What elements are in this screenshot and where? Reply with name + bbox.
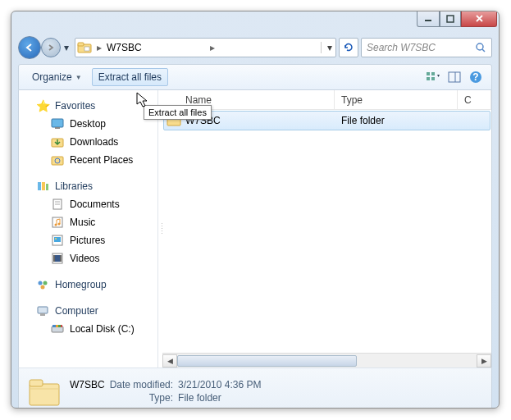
downloads-icon — [50, 135, 65, 148]
scroll-track[interactable] — [177, 354, 477, 368]
svg-rect-9 — [427, 77, 430, 80]
address-dropdown[interactable]: ▾ — [321, 42, 334, 53]
details-date-label: Date modified: — [110, 379, 173, 390]
nav-buttons: ▾ — [18, 36, 72, 59]
svg-rect-21 — [42, 182, 45, 190]
forward-button[interactable] — [41, 38, 61, 57]
maximize-button[interactable] — [440, 11, 461, 27]
svg-rect-26 — [52, 217, 62, 227]
minimize-button[interactable] — [417, 11, 440, 27]
sidebar-item-downloads[interactable]: Downloads — [19, 133, 157, 151]
svg-rect-41 — [52, 326, 63, 332]
star-icon: ⭐ — [35, 99, 50, 112]
svg-rect-22 — [46, 184, 48, 190]
svg-rect-7 — [427, 72, 430, 75]
breadcrumb-separator[interactable]: ▸ — [208, 42, 217, 53]
svg-line-6 — [482, 49, 485, 52]
back-button[interactable] — [18, 36, 41, 59]
drive-icon — [50, 322, 65, 336]
svg-rect-15 — [52, 119, 63, 127]
column-compressed[interactable]: C — [458, 90, 491, 109]
search-input[interactable]: Search W7SBC — [361, 38, 492, 57]
sidebar-favorites-header[interactable]: ⭐Favorites — [19, 97, 157, 115]
desktop-icon — [50, 117, 65, 130]
view-options-button[interactable] — [424, 68, 442, 86]
sidebar-item-pictures[interactable]: Pictures — [19, 231, 157, 249]
file-type: File folder — [336, 115, 385, 126]
search-icon — [475, 42, 486, 53]
libraries-icon — [35, 180, 50, 193]
recent-icon — [50, 153, 65, 167]
svg-rect-40 — [40, 313, 45, 316]
svg-rect-10 — [431, 77, 435, 80]
help-button[interactable]: ? — [467, 68, 485, 86]
svg-rect-4 — [84, 47, 89, 51]
scroll-right-button[interactable]: ▶ — [477, 354, 491, 368]
svg-rect-43 — [56, 325, 58, 327]
sidebar-item-documents[interactable]: Documents — [19, 195, 157, 213]
close-button[interactable] — [461, 11, 497, 27]
file-list-pane: Name Type C W7SBC File folder ◀ ▶ — [162, 90, 491, 368]
scroll-left-button[interactable]: ◀ — [162, 354, 177, 368]
computer-icon — [35, 304, 50, 317]
svg-rect-3 — [78, 43, 84, 46]
sidebar-item-local-disk[interactable]: Local Disk (C:) — [19, 320, 157, 338]
preview-pane-button[interactable] — [445, 68, 463, 86]
search-placeholder: Search W7SBC — [367, 42, 436, 53]
sidebar-item-recent[interactable]: Recent Places — [19, 151, 157, 169]
svg-rect-16 — [55, 127, 60, 129]
svg-rect-44 — [58, 325, 61, 327]
music-icon — [50, 216, 65, 229]
sidebar-item-desktop[interactable]: Desktop — [19, 115, 157, 133]
column-headers: Name Type C — [162, 90, 491, 110]
address-bar: ▾ ▸ W7SBC ▸ ▾ Search W7SBC — [18, 34, 492, 61]
nav-history-dropdown[interactable]: ▾ — [61, 38, 72, 57]
svg-rect-35 — [60, 255, 62, 262]
svg-rect-45 — [61, 325, 62, 327]
scroll-thumb[interactable] — [177, 355, 357, 367]
svg-rect-39 — [38, 307, 48, 313]
svg-rect-0 — [425, 20, 431, 21]
extract-all-button[interactable]: Extract all files — [92, 68, 168, 86]
horizontal-scrollbar[interactable]: ◀ ▶ — [162, 353, 491, 368]
svg-rect-49 — [30, 380, 43, 386]
videos-icon — [50, 252, 65, 265]
navigation-pane: ⭐Favorites Desktop Downloads Recent Plac… — [19, 90, 158, 368]
svg-rect-8 — [431, 72, 435, 75]
titlebar[interactable] — [11, 11, 499, 34]
svg-point-5 — [477, 43, 483, 50]
svg-point-37 — [43, 281, 48, 285]
svg-rect-30 — [54, 237, 61, 242]
homegroup-icon — [35, 278, 50, 291]
sidebar-item-music[interactable]: Music — [19, 213, 157, 231]
details-type-value: File folder — [178, 392, 261, 404]
refresh-button[interactable] — [339, 38, 358, 57]
svg-rect-34 — [53, 255, 55, 262]
details-date-value: 3/21/2010 4:36 PM — [178, 379, 261, 390]
sidebar-homegroup-header[interactable]: Homegroup — [19, 276, 157, 294]
svg-rect-20 — [38, 182, 41, 190]
sidebar-item-videos[interactable]: Videos — [19, 249, 157, 267]
file-row[interactable]: W7SBC File folder — [163, 111, 490, 130]
svg-point-36 — [39, 281, 43, 285]
breadcrumb-separator[interactable]: ▸ — [95, 42, 103, 53]
sidebar-libraries-header[interactable]: Libraries — [19, 177, 157, 195]
details-pane: W7SBC Date modified: 3/21/2010 4:36 PM T… — [18, 368, 492, 409]
documents-icon — [50, 198, 65, 211]
organize-button[interactable]: Organize▼ — [25, 68, 89, 86]
breadcrumb-folder[interactable]: W7SBC — [107, 42, 205, 53]
explorer-window: ▾ ▸ W7SBC ▸ ▾ Search W7SBC Organize▼ Ext… — [11, 11, 500, 409]
content-area: ⭐Favorites Desktop Downloads Recent Plac… — [18, 90, 492, 368]
tooltip: Extract all files — [144, 105, 212, 120]
svg-point-38 — [41, 285, 45, 290]
svg-text:?: ? — [472, 71, 478, 83]
svg-rect-48 — [30, 384, 59, 405]
folder-icon — [77, 41, 92, 54]
details-text: W7SBC Date modified: 3/21/2010 4:36 PM T… — [70, 379, 261, 404]
sidebar-computer-header[interactable]: Computer — [19, 302, 157, 320]
address-field[interactable]: ▸ W7SBC ▸ ▾ — [75, 38, 336, 57]
window-controls — [417, 11, 497, 27]
toolbar: Organize▼ Extract all files ? — [18, 64, 492, 90]
column-type[interactable]: Type — [335, 90, 458, 109]
details-name: W7SBC — [70, 379, 105, 390]
